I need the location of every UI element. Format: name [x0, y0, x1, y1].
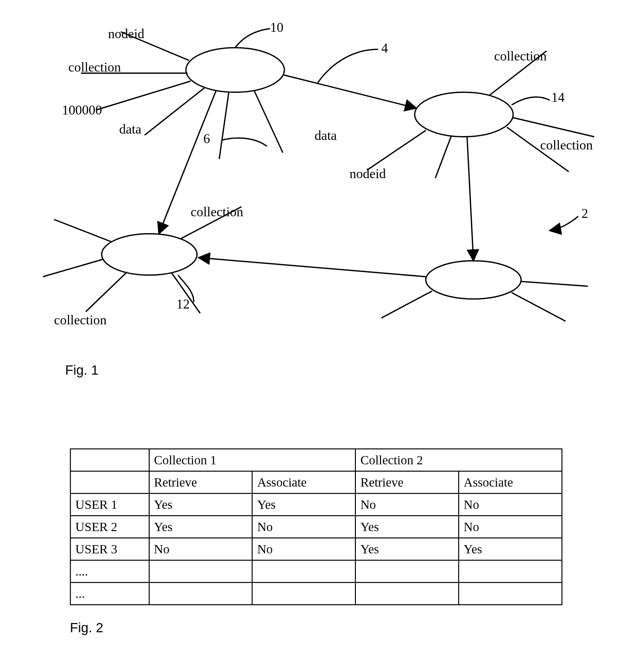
- cell-user: USER 2: [71, 516, 149, 538]
- label-ref-12: 12: [176, 297, 190, 311]
- figure-2-table-wrap: Collection 1 Collection 2 Retrieve Assoc…: [70, 449, 562, 605]
- node-c: [102, 234, 197, 275]
- figure-1-diagram: nodeid collection 100000 data 6 10 data …: [0, 0, 632, 350]
- node-c-edge-collection-bottom: [86, 272, 127, 312]
- cell-c1a: [252, 560, 356, 583]
- cell-user: ...: [71, 583, 149, 605]
- label-collection-c-top: collection: [191, 205, 244, 219]
- label-ref-10: 10: [270, 20, 283, 35]
- node-b-edge-nodeid: [367, 130, 426, 170]
- table-row: USER 1 Yes Yes No No: [71, 494, 562, 516]
- cell-c1a: Yes: [252, 494, 356, 516]
- node-a-edge-data: [145, 88, 205, 135]
- cell-c2a: Yes: [459, 538, 562, 560]
- label-ref-4: 4: [381, 41, 388, 55]
- node-d-spoke1: [381, 291, 432, 318]
- label-edge-data: data: [314, 128, 337, 143]
- edge-ref-4-lead: [318, 49, 378, 83]
- label-collection-b-top: collection: [494, 49, 547, 63]
- node-d-spoke3: [521, 282, 588, 286]
- cell-c1a: No: [252, 516, 356, 538]
- cell-c2a: [459, 583, 562, 605]
- table-header-collection-1: Collection 1: [149, 449, 356, 471]
- cell-c1a: [252, 583, 356, 605]
- node-d: [426, 261, 521, 299]
- node-b: [415, 92, 513, 137]
- cell-c2a: No: [459, 516, 562, 538]
- node-a-edge-ordval: [97, 81, 191, 110]
- cell-c1r: Yes: [149, 516, 252, 538]
- cell-c2r: Yes: [356, 538, 459, 560]
- cell-c2r: No: [356, 494, 459, 516]
- label-collection-c-bottom: collection: [54, 313, 107, 327]
- permissions-table: Collection 1 Collection 2 Retrieve Assoc…: [70, 449, 562, 605]
- label-collection-b-right: collection: [540, 138, 593, 152]
- node-a-ref-lead: [235, 29, 270, 48]
- node-a-spoke-extra1: [219, 92, 229, 159]
- table-header-empty-2: [71, 471, 149, 494]
- table-row: USER 3 No No Yes Yes: [71, 538, 562, 560]
- cell-c1r: Yes: [149, 494, 252, 516]
- label-collection-a: collection: [68, 60, 121, 74]
- node-a-spoke-extra2: [254, 91, 283, 153]
- node-b-edge-collection-right: [513, 118, 594, 137]
- cell-c1r: No: [149, 538, 252, 560]
- label-ref-2: 2: [581, 206, 588, 221]
- table-header-row-2: Retrieve Associate Retrieve Associate: [71, 471, 562, 494]
- table-header-c1-associate: Associate: [252, 471, 356, 494]
- cell-c2r: Yes: [356, 516, 459, 538]
- cell-c2r: [356, 560, 459, 583]
- table-row: ....: [71, 560, 562, 583]
- cell-c1r: [149, 583, 252, 605]
- label-ref-6: 6: [203, 131, 210, 146]
- graph-ref-lead: [550, 216, 578, 231]
- page: nodeid collection 100000 data 6 10 data …: [0, 0, 632, 672]
- cell-c1r: [149, 560, 252, 583]
- edge-b-to-d: [467, 137, 474, 261]
- node-c-spoke2: [43, 259, 103, 277]
- table-header-collection-2: Collection 2: [356, 449, 562, 471]
- node-b-ref-lead: [511, 97, 550, 105]
- label-data-a: data: [119, 122, 142, 137]
- node-a: [186, 48, 284, 92]
- table-header-empty: [71, 449, 149, 471]
- node-b-edge-spoke-bottom: [435, 136, 451, 178]
- ref-6-lead: [222, 138, 267, 146]
- table-header-row-1: Collection 1 Collection 2: [71, 449, 562, 471]
- cell-user: ....: [71, 560, 149, 583]
- table-header-c1-retrieve: Retrieve: [149, 471, 252, 494]
- figure-1-caption: Fig. 1: [65, 363, 99, 378]
- table-header-c2-retrieve: Retrieve: [356, 471, 459, 494]
- label-nodeid-b: nodeid: [350, 166, 386, 181]
- label-nodeid-a: nodeid: [108, 26, 144, 41]
- figure-1-labels: nodeid collection 100000 data 6 10 data …: [54, 20, 593, 327]
- edge-a-to-b: [283, 75, 416, 108]
- cell-c2r: [356, 583, 459, 605]
- table-header-c2-associate: Associate: [459, 471, 562, 494]
- table-row: ...: [71, 583, 562, 605]
- cell-user: USER 1: [71, 494, 149, 516]
- table-row: USER 2 Yes No Yes No: [71, 516, 562, 538]
- figure-2-caption: Fig. 2: [70, 620, 103, 635]
- node-d-spoke2: [511, 293, 565, 321]
- edge-d-to-c: [199, 258, 426, 277]
- node-c-spoke1: [54, 219, 111, 242]
- label-ref-14: 14: [551, 90, 565, 105]
- cell-c1a: No: [252, 538, 356, 560]
- cell-c2a: [459, 560, 562, 583]
- label-ordval-a: 100000: [62, 103, 102, 117]
- cell-c2a: No: [459, 494, 562, 516]
- cell-user: USER 3: [71, 538, 149, 560]
